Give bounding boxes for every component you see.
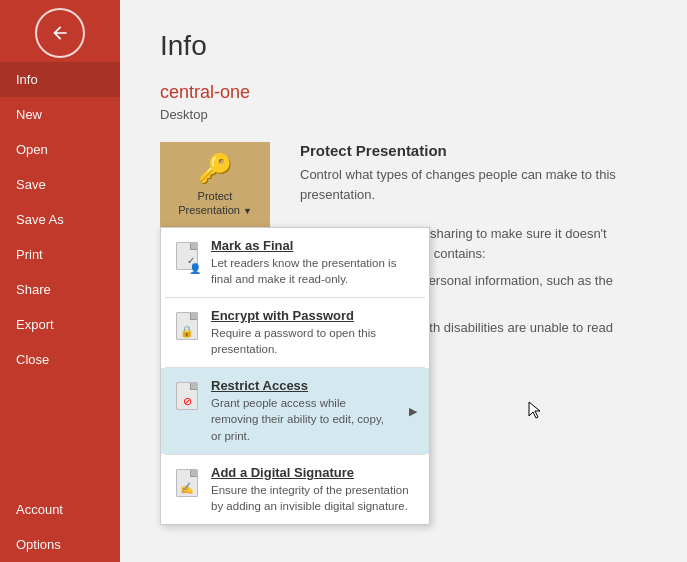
protect-section-title: Protect Presentation xyxy=(300,142,647,159)
digital-sig-icon: ✍ xyxy=(173,465,201,501)
restrict-arrow: ▶ xyxy=(409,405,417,418)
sidebar-item-print[interactable]: Print xyxy=(0,237,120,272)
menu-item-encrypt[interactable]: 🔒 Encrypt with Password Require a passwo… xyxy=(161,298,429,367)
sidebar-item-close[interactable]: Close xyxy=(0,342,120,377)
protect-section-desc: Control what types of changes people can… xyxy=(300,165,647,204)
page-title: Info xyxy=(160,30,647,62)
menu-item-digital-sig[interactable]: ✍ Add a Digital Signature Ensure the int… xyxy=(161,455,429,524)
info-left: 🔑 ProtectPresentation ▼ ✓ 👤 Mark as Fina… xyxy=(160,142,270,420)
sidebar-item-share[interactable]: Share xyxy=(0,272,120,307)
sidebar-item-export[interactable]: Export xyxy=(0,307,120,342)
info-sections: 🔑 ProtectPresentation ▼ ✓ 👤 Mark as Fina… xyxy=(160,142,647,420)
menu-item-mark-final[interactable]: ✓ 👤 Mark as Final Let readers know the p… xyxy=(161,228,429,297)
restrict-text: Restrict Access Grant people access whil… xyxy=(211,378,395,443)
mark-final-title: Mark as Final xyxy=(211,238,417,253)
protect-dropdown-menu: ✓ 👤 Mark as Final Let readers know the p… xyxy=(160,227,430,525)
sidebar-item-open[interactable]: Open xyxy=(0,132,120,167)
main-content: Info central-one Desktop 🔑 ProtectPresen… xyxy=(120,0,687,562)
sidebar-item-save[interactable]: Save xyxy=(0,167,120,202)
sidebar-item-saveas[interactable]: Save As xyxy=(0,202,120,237)
digital-sig-text: Add a Digital Signature Ensure the integ… xyxy=(211,465,417,514)
restrict-title: Restrict Access xyxy=(211,378,395,393)
encrypt-title: Encrypt with Password xyxy=(211,308,417,323)
sidebar-item-options[interactable]: Options xyxy=(0,527,120,562)
mark-final-desc: Let readers know the presentation is fin… xyxy=(211,255,417,287)
encrypt-desc: Require a password to open this presenta… xyxy=(211,325,417,357)
sidebar: Info New Open Save Save As Print Share E… xyxy=(0,0,120,562)
sidebar-item-new[interactable]: New xyxy=(0,97,120,132)
digital-sig-title: Add a Digital Signature xyxy=(211,465,417,480)
mark-final-text: Mark as Final Let readers know the prese… xyxy=(211,238,417,287)
encrypt-text: Encrypt with Password Require a password… xyxy=(211,308,417,357)
encrypt-icon: 🔒 xyxy=(173,308,201,344)
menu-item-restrict[interactable]: ⊘ Restrict Access Grant people access wh… xyxy=(161,368,429,453)
back-button[interactable] xyxy=(35,8,85,58)
protect-button-label: ProtectPresentation ▼ xyxy=(178,189,252,218)
sidebar-item-account[interactable]: Account xyxy=(0,492,120,527)
restrict-desc: Grant people access while removing their… xyxy=(211,395,395,443)
file-name: central-one xyxy=(160,82,647,103)
sidebar-item-info[interactable]: Info xyxy=(0,62,120,97)
digital-sig-desc: Ensure the integrity of the presentation… xyxy=(211,482,417,514)
key-icon: 🔑 xyxy=(198,152,233,185)
restrict-icon: ⊘ xyxy=(173,378,201,414)
protect-presentation-button[interactable]: 🔑 ProtectPresentation ▼ xyxy=(160,142,270,228)
mark-final-icon: ✓ 👤 xyxy=(173,238,201,274)
file-location: Desktop xyxy=(160,107,647,122)
